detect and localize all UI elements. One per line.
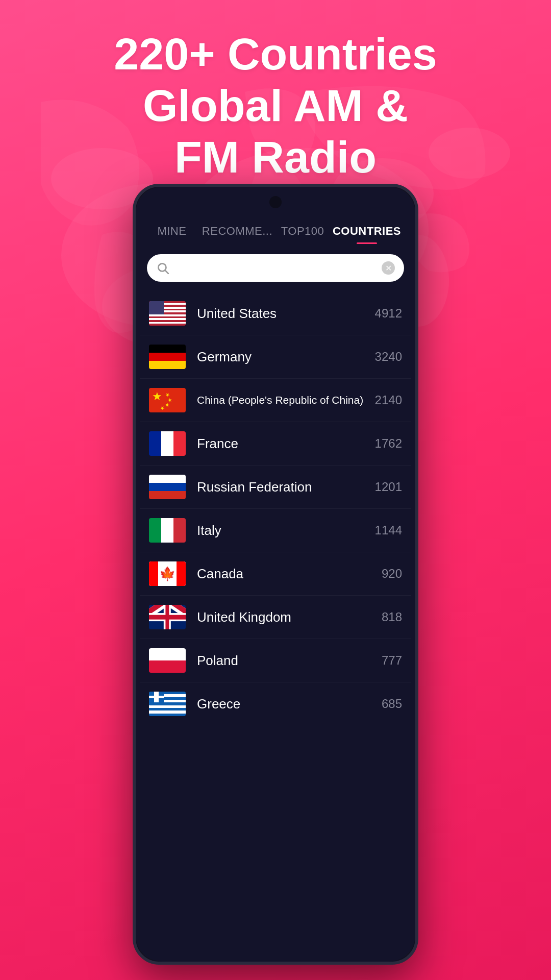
flag-us [149,301,186,326]
country-count-uk: 818 [382,610,402,624]
flag-it [149,518,186,543]
phone-camera [269,196,282,208]
country-count-gr: 685 [382,697,402,711]
country-name-ca: Canada [197,566,382,582]
country-item-de[interactable]: Germany 3240 [140,335,411,379]
tab-top100[interactable]: TOP100 [277,217,329,244]
flag-ru [149,475,186,499]
country-item-gr[interactable]: Greece 685 [140,682,411,725]
country-name-ru: Russian Federation [197,479,375,495]
country-count-ru: 1201 [375,480,402,494]
country-item-it[interactable]: Italy 1144 [140,509,411,552]
phone-button-volume [416,330,418,371]
country-item-pl[interactable]: Poland 777 [140,639,411,682]
country-item-cn[interactable]: ★ ★ ★ ★ ★ China (People's Republic of Ch… [140,379,411,422]
flag-ca: 🍁 [149,561,186,586]
flag-uk [149,605,186,629]
country-count-cn: 2140 [375,393,402,407]
search-input[interactable] [176,261,382,275]
country-name-us: United States [197,306,375,322]
country-item-uk[interactable]: United Kingdom 818 [140,596,411,639]
country-item-fr[interactable]: France 1762 [140,422,411,465]
country-count-fr: 1762 [375,436,402,451]
flag-de [149,345,186,369]
country-name-pl: Poland [197,653,382,669]
country-count-pl: 777 [382,653,402,668]
flag-fr [149,431,186,456]
search-icon [156,261,169,275]
phone-screen: MINE RECOMME... TOP100 COUNTRIES ✕ [136,187,415,962]
hero-title: 220+ Countries Global AM & FM Radio [0,28,551,183]
phone-button-power [416,381,418,442]
search-clear-button[interactable]: ✕ [382,261,395,275]
country-count-it: 1144 [375,523,402,537]
tab-mine[interactable]: MINE [146,217,198,244]
flag-cn: ★ ★ ★ ★ ★ [149,388,186,412]
country-count-us: 4912 [375,306,402,321]
country-name-uk: United Kingdom [197,609,382,625]
flag-gr [149,692,186,716]
svg-point-8 [158,263,166,271]
country-name-cn: China (People's Republic of China) [197,394,375,406]
country-name-gr: Greece [197,696,382,712]
country-item-ru[interactable]: Russian Federation 1201 [140,465,411,509]
flag-pl [149,648,186,673]
svg-line-9 [165,271,168,273]
phone-frame: MINE RECOMME... TOP100 COUNTRIES ✕ [133,184,418,965]
country-name-it: Italy [197,523,375,538]
country-item-ca[interactable]: 🍁 Canada 920 [140,552,411,596]
tab-countries[interactable]: COUNTRIES [329,217,405,244]
search-bar[interactable]: ✕ [147,254,404,282]
country-count-de: 3240 [375,350,402,364]
tab-recommended[interactable]: RECOMME... [198,217,277,244]
country-count-ca: 920 [382,567,402,581]
tab-bar: MINE RECOMME... TOP100 COUNTRIES [136,217,415,244]
country-list: United States 4912 Germany 3240 ★ ★ ★ ★ … [136,292,415,962]
country-name-fr: France [197,436,375,452]
country-name-de: Germany [197,349,375,365]
country-item-us[interactable]: United States 4912 [140,292,411,335]
